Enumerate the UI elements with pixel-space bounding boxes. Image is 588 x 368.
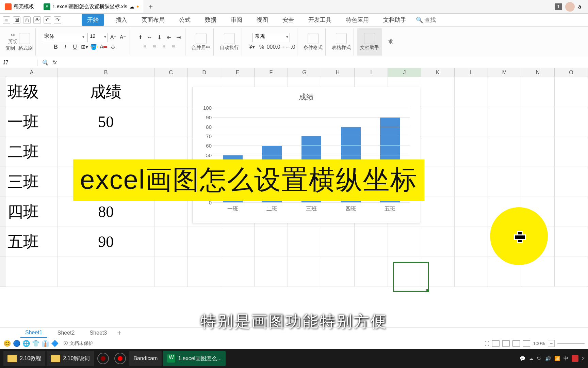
undo-icon[interactable]: ↶ (44, 16, 51, 24)
col-header[interactable]: O (555, 68, 588, 77)
app-menu-icon[interactable]: ≡ (3, 16, 10, 24)
redo-icon[interactable]: ↷ (54, 16, 61, 24)
col-header[interactable]: C (154, 68, 188, 77)
tray-icon[interactable]: 🛡 (537, 356, 542, 361)
sum-button[interactable]: 求 (388, 39, 393, 45)
row-header[interactable] (0, 197, 6, 227)
cell[interactable]: 三班 (6, 167, 58, 197)
row-header[interactable] (0, 137, 6, 167)
conditional-format-button[interactable]: 条件格式 (304, 33, 323, 51)
emoji-icon[interactable]: 👔 (42, 340, 49, 347)
format-painter-button[interactable]: 格式刷 (18, 45, 33, 51)
col-header[interactable]: H (321, 68, 355, 77)
menu-insert[interactable]: 插入 (113, 15, 130, 25)
print-icon[interactable]: ⎙ (23, 16, 31, 24)
view-normal-icon[interactable] (492, 340, 500, 347)
increase-font-icon[interactable]: A⁺ (109, 33, 117, 42)
table-style-button[interactable]: 表格样式 (332, 33, 351, 51)
notification-badge[interactable]: 1 (555, 3, 562, 10)
col-header[interactable]: B (58, 68, 154, 77)
merge-button[interactable]: 合并居中 (192, 33, 211, 51)
cell[interactable]: 班级 (6, 77, 58, 107)
sheet-tab[interactable]: Sheet3 (85, 328, 112, 337)
select-all-corner[interactable] (0, 68, 6, 77)
tray-icon[interactable] (572, 355, 578, 362)
inc-decimal-icon[interactable]: .0→ (277, 43, 285, 51)
col-header[interactable]: N (521, 68, 555, 77)
dec-decimal-icon[interactable]: ←.0 (286, 43, 294, 51)
cell[interactable]: 四班 (6, 197, 58, 227)
view-freeze-icon[interactable] (523, 340, 530, 347)
emoji-icon[interactable]: 👕 (32, 340, 39, 347)
menu-view[interactable]: 视图 (254, 15, 271, 25)
copy-button[interactable]: 复制 (5, 45, 15, 51)
emoji-icon[interactable]: 🔷 (51, 340, 59, 347)
align-top-icon[interactable]: ⬆ (136, 33, 144, 42)
cut-button[interactable]: ✂剪切 (8, 32, 18, 45)
thousands-icon[interactable]: 000 (267, 43, 275, 51)
tray-icon[interactable]: 📶 (554, 356, 560, 361)
save-icon[interactable]: 🖫 (13, 16, 20, 24)
fullscreen-icon[interactable]: ⛶ (485, 341, 489, 346)
col-header[interactable]: L (455, 68, 488, 77)
wrap-button[interactable]: 自动换行 (220, 33, 239, 51)
align-justify-icon[interactable]: ≡ (169, 42, 178, 50)
col-header[interactable]: I (355, 68, 388, 77)
row-header[interactable] (0, 107, 6, 137)
cell[interactable]: 成绩 (58, 77, 154, 107)
record-button-idle[interactable] (97, 353, 109, 364)
menu-formula[interactable]: 公式 (176, 15, 193, 25)
cell[interactable]: 50 (58, 107, 154, 137)
align-center-icon[interactable]: ≡ (150, 42, 159, 50)
align-right-icon[interactable]: ≡ (160, 42, 168, 50)
view-split-icon[interactable] (512, 340, 520, 347)
doc-helper-button[interactable]: 文档助手 (360, 33, 379, 51)
ime-indicator[interactable]: 中 (564, 355, 568, 362)
clear-format-icon[interactable]: ◇ (109, 43, 117, 51)
fx-icon[interactable]: fx (52, 60, 56, 66)
menu-data[interactable]: 数据 (202, 15, 219, 25)
col-header[interactable]: F (255, 68, 288, 77)
row-header[interactable] (0, 227, 6, 257)
taskbar-wps[interactable]: W1.excel画图怎么... (163, 351, 226, 366)
align-left-icon[interactable]: ≡ (141, 42, 149, 50)
indent-right-icon[interactable]: ⇥ (174, 33, 182, 42)
percent-icon[interactable]: % (258, 43, 266, 51)
menu-review[interactable]: 审阅 (228, 15, 245, 25)
cell[interactable]: 90 (58, 227, 154, 257)
align-middle-icon[interactable]: ↔ (146, 33, 154, 42)
align-bottom-icon[interactable]: ⬇ (155, 33, 163, 42)
row-header[interactable] (0, 257, 6, 287)
col-header[interactable]: K (421, 68, 455, 77)
col-header[interactable]: E (221, 68, 255, 77)
font-name-select[interactable]: 宋体 (42, 33, 86, 42)
taskbar-bandicam[interactable]: Bandicam (129, 351, 162, 366)
menu-layout[interactable]: 页面布局 (139, 15, 167, 25)
cell[interactable]: 五班 (6, 227, 58, 257)
menu-special[interactable]: 特色应用 (343, 15, 372, 25)
zoom-out-button[interactable]: − (548, 340, 555, 347)
border-icon[interactable]: ⊞▾ (80, 43, 88, 51)
tray-icon[interactable]: 💬 (520, 356, 525, 361)
col-header[interactable]: J (388, 68, 421, 77)
taskbar-folder[interactable]: 2.10教程 (3, 351, 45, 366)
col-header[interactable]: A (6, 68, 58, 77)
menu-security[interactable]: 安全 (280, 15, 297, 25)
font-color-icon[interactable]: A (99, 43, 108, 51)
col-header[interactable]: D (188, 68, 221, 77)
emoji-icon[interactable]: 😊 (3, 340, 11, 347)
cell[interactable] (154, 77, 188, 107)
menu-dev[interactable]: 开发工具 (306, 15, 334, 25)
sheet-tab[interactable]: Sheet2 (53, 328, 80, 337)
row-header[interactable] (0, 77, 6, 107)
tray-time[interactable]: 2 (582, 356, 585, 361)
col-header[interactable]: M (488, 68, 521, 77)
italic-icon[interactable]: I (61, 43, 69, 51)
cell[interactable]: 二班 (6, 137, 58, 167)
emoji-icon[interactable]: 🔵 (13, 340, 20, 347)
emoji-icon[interactable]: 🌐 (22, 340, 30, 347)
font-size-select[interactable]: 12 (87, 33, 108, 42)
taskbar-folder[interactable]: 2.10解说词 (47, 351, 94, 366)
row-header[interactable] (0, 167, 6, 197)
avatar[interactable] (565, 2, 575, 12)
